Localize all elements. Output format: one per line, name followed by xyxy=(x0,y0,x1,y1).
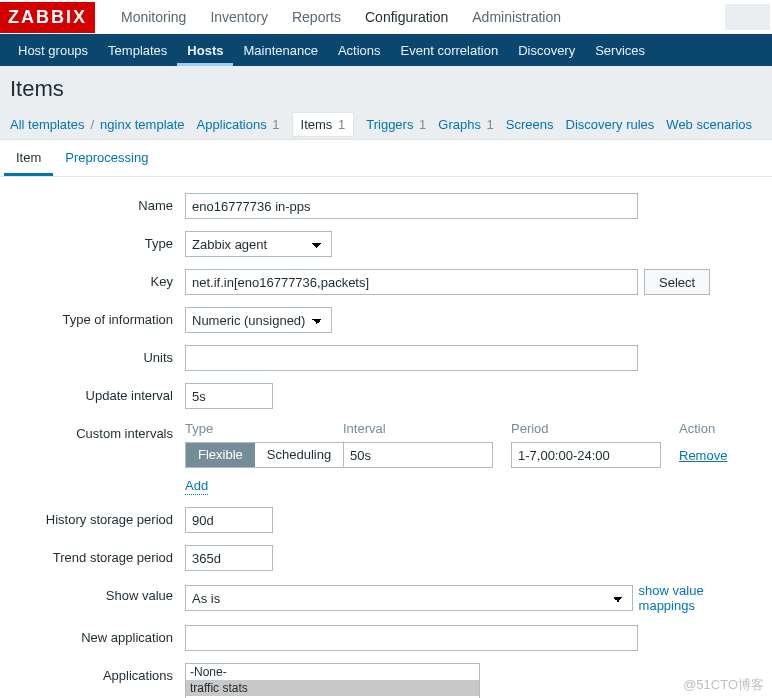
tab-preprocessing[interactable]: Preprocessing xyxy=(53,140,160,176)
bc-discovery-rules[interactable]: Discovery rules xyxy=(566,117,655,132)
units-input[interactable] xyxy=(185,345,638,371)
label-type-info: Type of information xyxy=(10,307,185,327)
subnav-discovery[interactable]: Discovery xyxy=(508,35,585,66)
label-new-application: New application xyxy=(10,625,185,645)
applications-listbox[interactable]: -None- traffic stats xyxy=(185,663,480,698)
bc-items-current: Items 1 xyxy=(292,112,355,137)
subnav-templates[interactable]: Templates xyxy=(98,35,177,66)
page-title: Items xyxy=(10,76,762,102)
new-application-input[interactable] xyxy=(185,625,638,651)
bc-web-scenarios[interactable]: Web scenarios xyxy=(666,117,752,132)
bc-sep: / xyxy=(90,117,94,132)
label-show-value: Show value xyxy=(10,583,185,603)
subnav-hostgroups[interactable]: Host groups xyxy=(8,35,98,66)
show-value-mappings-link[interactable]: show value mappings xyxy=(639,583,762,613)
subnav-maintenance[interactable]: Maintenance xyxy=(233,35,327,66)
label-type: Type xyxy=(10,231,185,251)
label-key: Key xyxy=(10,269,185,289)
ci-flexible-button[interactable]: Flexible xyxy=(186,443,255,467)
type-info-select[interactable]: Numeric (unsigned) xyxy=(185,307,332,333)
nav-inventory[interactable]: Inventory xyxy=(198,0,280,34)
subnav-hosts[interactable]: Hosts xyxy=(177,35,233,66)
search-input[interactable] xyxy=(725,4,770,30)
ci-head-action: Action xyxy=(679,421,739,442)
nav-administration[interactable]: Administration xyxy=(460,0,573,34)
subnav-eventcorrelation[interactable]: Event correlation xyxy=(391,35,509,66)
label-custom-intervals: Custom intervals xyxy=(10,421,185,441)
applications-option-traffic-stats[interactable]: traffic stats xyxy=(186,680,479,696)
ci-scheduling-button[interactable]: Scheduling xyxy=(255,443,343,467)
type-select[interactable]: Zabbix agent xyxy=(185,231,332,257)
select-button[interactable]: Select xyxy=(644,269,710,295)
history-input[interactable] xyxy=(185,507,273,533)
bc-applications[interactable]: Applications xyxy=(197,117,267,132)
top-nav: Monitoring Inventory Reports Configurati… xyxy=(109,0,725,34)
bc-applications-count: 1 xyxy=(272,117,279,132)
update-interval-input[interactable] xyxy=(185,383,273,409)
trend-input[interactable] xyxy=(185,545,273,571)
name-input[interactable] xyxy=(185,193,638,219)
label-units: Units xyxy=(10,345,185,365)
ci-add-link[interactable]: Add xyxy=(185,478,208,495)
label-update-interval: Update interval xyxy=(10,383,185,403)
label-name: Name xyxy=(10,193,185,213)
bc-screens[interactable]: Screens xyxy=(506,117,554,132)
ci-head-period: Period xyxy=(511,421,669,442)
nav-configuration[interactable]: Configuration xyxy=(353,0,460,34)
zabbix-logo[interactable]: ZABBIX xyxy=(0,2,95,33)
bc-graphs[interactable]: Graphs xyxy=(438,117,481,132)
tabs: Item Preprocessing xyxy=(0,139,772,176)
bc-triggers-count: 1 xyxy=(419,117,426,132)
applications-option-none[interactable]: -None- xyxy=(186,664,479,680)
ci-type-segmented: Flexible Scheduling xyxy=(185,442,344,468)
label-applications: Applications xyxy=(10,663,185,683)
subnav-actions[interactable]: Actions xyxy=(328,35,391,66)
nav-monitoring[interactable]: Monitoring xyxy=(109,0,198,34)
watermark: @51CTO博客 xyxy=(683,676,764,694)
bc-host[interactable]: nginx template xyxy=(100,117,185,132)
nav-reports[interactable]: Reports xyxy=(280,0,353,34)
sub-nav: Host groups Templates Hosts Maintenance … xyxy=(0,34,772,66)
tab-item[interactable]: Item xyxy=(4,140,53,176)
ci-period-input[interactable] xyxy=(511,442,661,468)
bc-triggers[interactable]: Triggers xyxy=(366,117,413,132)
subnav-services[interactable]: Services xyxy=(585,35,655,66)
ci-remove-link[interactable]: Remove xyxy=(679,448,727,463)
key-input[interactable] xyxy=(185,269,638,295)
ci-interval-input[interactable] xyxy=(343,442,493,468)
show-value-select[interactable]: As is xyxy=(185,585,633,611)
label-trend: Trend storage period xyxy=(10,545,185,565)
bc-all-templates[interactable]: All templates xyxy=(10,117,84,132)
ci-head-type: Type xyxy=(185,421,333,442)
ci-head-interval: Interval xyxy=(343,421,501,442)
label-history: History storage period xyxy=(10,507,185,527)
item-form: Name Type Zabbix agent Key Select Type o… xyxy=(0,176,772,698)
bc-graphs-count: 1 xyxy=(487,117,494,132)
breadcrumb: All templates / nginx template Applicati… xyxy=(10,112,762,137)
